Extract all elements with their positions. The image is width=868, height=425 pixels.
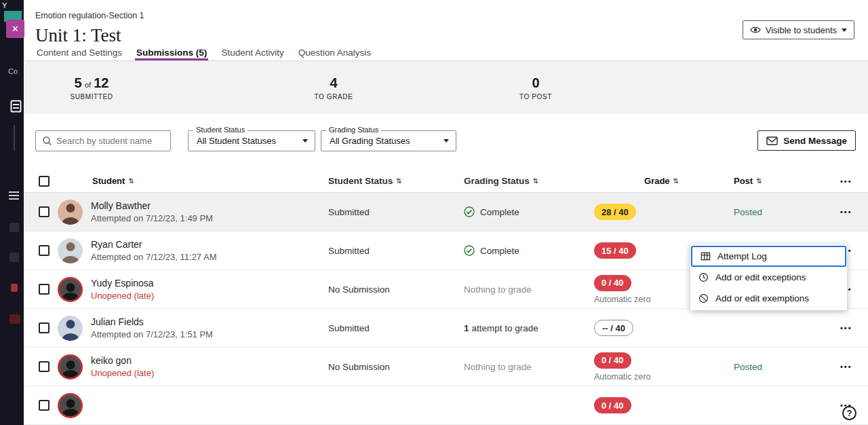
row-overflow-menu-button[interactable]: ••• — [840, 324, 868, 332]
student-avatar — [58, 354, 83, 380]
rail-icon-dim-2[interactable] — [9, 253, 19, 262]
main-panel: Emotion regulation-Section 1 Unit 1: Tes… — [24, 0, 868, 425]
sort-icon[interactable]: ⇅ — [756, 177, 762, 185]
grading-status-value: 1 attempt to grade — [464, 323, 589, 333]
menu-item-label: Add or edit exceptions — [715, 272, 806, 282]
course-context-title: Emotion regulation-Section 1 — [35, 11, 854, 20]
grade-pill[interactable]: 0 / 40 — [594, 275, 631, 291]
stat-to-grade-count: 4 — [330, 75, 337, 91]
rail-icon-darkred[interactable] — [9, 314, 20, 324]
post-status[interactable]: Posted — [729, 207, 837, 217]
grade-pill[interactable]: 15 / 40 — [594, 242, 636, 259]
student-name[interactable]: Julian Fields — [91, 316, 213, 327]
stat-submitted-total: 12 — [94, 75, 108, 91]
rail-icon-red[interactable] — [11, 284, 18, 292]
menu-lines-icon[interactable] — [9, 191, 19, 200]
grade-note: Automatic zero — [594, 295, 650, 304]
grading-text: Nothing to grade — [464, 362, 532, 372]
grade-pill[interactable]: 0 / 40 — [594, 352, 631, 369]
grade-cell: 0 / 40 Automatic zero — [589, 352, 729, 382]
assessment-panel-page: Y ✕ Co Emotion regulation-Section 1 Unit… — [0, 0, 868, 425]
panel-close-button[interactable]: ✕ — [6, 20, 24, 38]
row-context-menu: Attempt Log Add or edit exceptions Add o… — [690, 244, 847, 310]
chevron-down-icon — [302, 139, 308, 143]
row-checkbox[interactable] — [39, 400, 50, 411]
student-avatar — [58, 316, 83, 341]
grade-cell: 0 / 40 — [589, 397, 729, 413]
close-icon: ✕ — [12, 24, 19, 34]
row-checkbox[interactable] — [39, 322, 50, 333]
send-message-label: Send Message — [783, 136, 847, 146]
column-header-grading-status[interactable]: Grading Status⇅ — [464, 176, 589, 186]
tab-student-activity[interactable]: Student Activity — [220, 46, 285, 60]
grade-pill[interactable]: 28 / 40 — [594, 204, 636, 220]
grading-status-value: Nothing to grade — [464, 284, 589, 295]
gradebook-icon[interactable] — [10, 100, 22, 115]
student-status-dropdown-label: Student Status — [193, 126, 248, 134]
student-avatar — [58, 277, 83, 302]
block-icon — [698, 293, 709, 303]
student-name[interactable]: Molly Bawther — [91, 200, 213, 211]
row-overflow-menu-button[interactable]: ••• — [840, 208, 868, 216]
stat-submitted-conj: of — [85, 81, 92, 89]
menu-item-label: Add or edit exemptions — [715, 293, 809, 303]
student-status-dropdown[interactable]: Student Status All Student Statuses — [188, 130, 315, 151]
table-row: 0 / 40 ••• — [24, 386, 868, 425]
grade-pill[interactable]: -- / 40 — [594, 320, 633, 336]
column-header-grade[interactable]: Grade⇅ — [589, 176, 729, 186]
stat-to-grade: 4 TO GRADE — [315, 75, 353, 100]
select-all-checkbox[interactable] — [39, 176, 50, 187]
post-status[interactable]: Posted — [729, 362, 837, 372]
stat-to-post: 0 TO POST — [519, 75, 552, 100]
stat-to-grade-label: TO GRADE — [315, 93, 353, 100]
column-header-student-status[interactable]: Student Status⇅ — [328, 176, 464, 186]
row-checkbox[interactable] — [39, 361, 50, 372]
send-message-button[interactable]: Send Message — [757, 130, 856, 151]
sort-icon[interactable]: ⇅ — [673, 177, 679, 185]
student-name[interactable]: Yudy Espinosa — [91, 278, 154, 289]
grade-cell: 28 / 40 — [589, 204, 729, 220]
row-overflow-menu-button[interactable]: ••• — [840, 363, 868, 371]
clock-icon — [698, 272, 709, 282]
grade-pill[interactable]: 0 / 40 — [594, 397, 631, 413]
column-header-post[interactable]: Post⇅ — [729, 176, 837, 186]
tab-question-analysis[interactable]: Question Analysis — [297, 46, 372, 60]
rail-partial-text-mid: Co — [8, 67, 18, 75]
menu-item-add-exemptions[interactable]: Add or edit exemptions — [690, 288, 847, 309]
menu-item-label: Attempt Log — [717, 251, 767, 261]
sort-icon[interactable]: ⇅ — [396, 177, 401, 185]
visibility-dropdown-button[interactable]: Visible to students — [743, 20, 854, 39]
student-name[interactable]: keiko gon — [91, 355, 154, 366]
table-overflow-menu-button[interactable]: ••• — [840, 177, 868, 185]
panel-header: Emotion regulation-Section 1 Unit 1: Tes… — [24, 0, 868, 46]
row-checkbox[interactable] — [39, 206, 50, 217]
table-row: Molly Bawther Attempted on 7/12/23, 1:49… — [24, 193, 868, 232]
sort-icon[interactable]: ⇅ — [533, 177, 538, 185]
row-checkbox[interactable] — [39, 245, 50, 256]
grade-cell: -- / 40 — [589, 320, 729, 336]
student-name[interactable]: Ryan Carter — [91, 239, 217, 250]
row-checkbox[interactable] — [39, 284, 50, 295]
column-header-student[interactable]: Student⇅ — [58, 176, 328, 186]
tab-content-and-settings[interactable]: Content and Settings — [35, 46, 123, 60]
attempt-info: Attempted on 7/12/23, 1:51 PM — [91, 329, 213, 339]
help-button[interactable]: ? — [842, 406, 856, 420]
menu-item-add-exceptions[interactable]: Add or edit exceptions — [690, 267, 847, 288]
tab-submissions[interactable]: Submissions (5) — [135, 46, 208, 60]
sort-icon[interactable]: ⇅ — [128, 177, 134, 185]
grading-text: Complete — [480, 207, 519, 217]
search-input[interactable] — [52, 136, 170, 146]
page-title: Unit 1: Test — [35, 25, 854, 46]
student-status-dropdown-value: All Student Statuses — [197, 136, 276, 146]
visibility-label: Visible to students — [766, 25, 837, 35]
rail-icon-dim-1[interactable] — [9, 223, 19, 232]
grade-note: Automatic zero — [594, 372, 650, 382]
attempt-info: Unopened (late) — [91, 368, 154, 378]
grading-status-dropdown-label: Grading Status — [326, 126, 381, 134]
grading-status-dropdown[interactable]: Grading Status All Grading Statuses — [321, 130, 456, 151]
complete-check-icon — [464, 206, 475, 217]
grading-text: attempt to grade — [472, 323, 538, 333]
student-avatar — [58, 238, 83, 263]
menu-item-attempt-log[interactable]: Attempt Log — [691, 246, 846, 267]
grading-status-value: Complete — [464, 245, 589, 256]
